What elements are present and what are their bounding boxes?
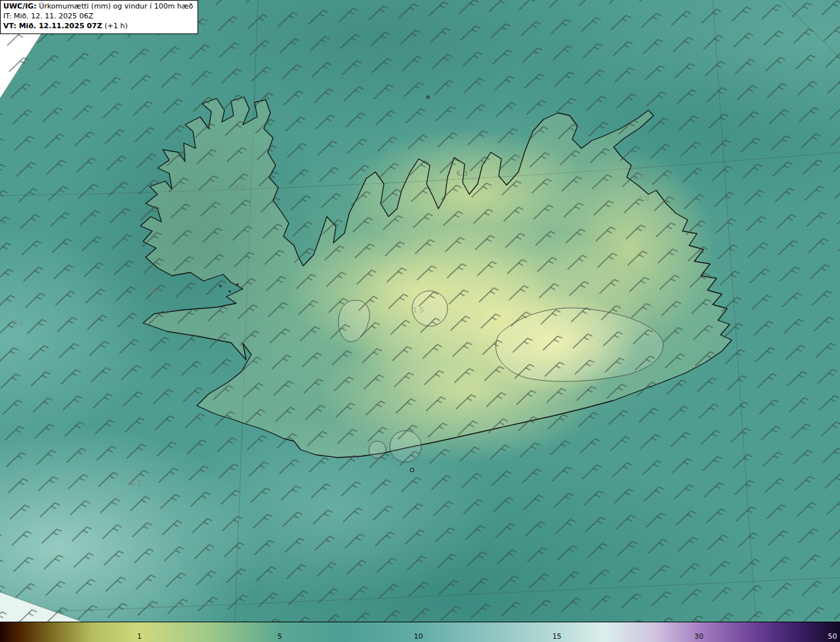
colorbar-tick: 30 [694,632,704,641]
precipitation-field [0,0,840,622]
valid-label: VT: [3,22,16,30]
map-title-box: UWC/IG: Úrkomumætti (mm) og vindur í 100… [0,0,198,34]
valid-offset: (+1 h) [104,22,127,30]
colorbar-tick: 15 [553,632,562,641]
weather-map: 7.04.56.35.22.04.67.91.56.1 UWC/IG: Úrko… [0,0,840,642]
init-time: IT: Mið. 12. 11. 2025 06Z [3,12,193,22]
title-line: UWC/IG: Úrkomumætti (mm) og vindur í 100… [3,2,193,12]
colorbar: 1510153050 [0,622,840,642]
colorbar-tick: 50 [828,632,837,641]
valid-time: Mið. 12.11.2025 07Z [19,22,102,30]
colorbar-tick: 10 [413,632,423,641]
product-title: Úrkomumætti (mm) og vindur í 100m hæð [39,2,193,11]
colorbar-tick: 5 [278,632,282,641]
colorbar-tick: 1 [137,632,142,641]
model-label: UWC/IG: [3,2,37,11]
valid-time-line: VT: Mið. 12.11.2025 07Z (+1 h) [3,22,193,32]
colorbar-ticks: 1510153050 [0,622,840,642]
